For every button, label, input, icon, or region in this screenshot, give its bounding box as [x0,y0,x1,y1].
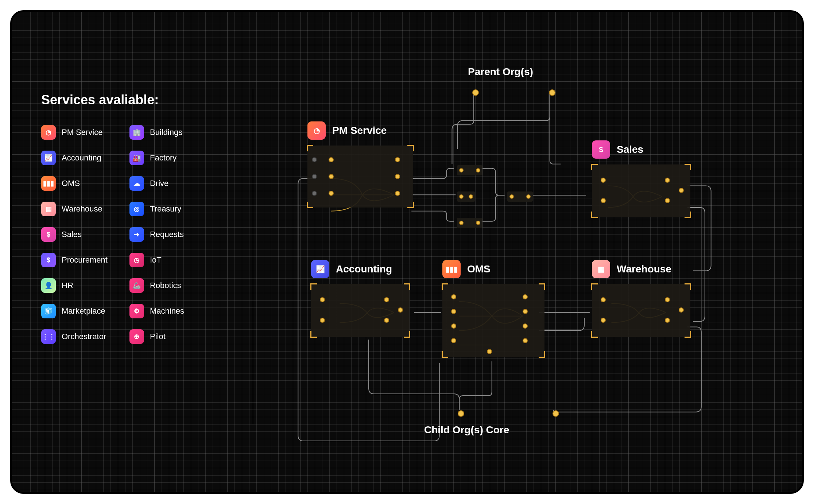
service-item-accounting[interactable]: 📈Accounting [41,151,108,165]
hr-icon: 👤 [41,278,56,293]
service-label: PM Service [62,128,102,137]
marketplace-icon: 🧊 [41,304,56,318]
service-label: Marketplace [62,306,105,316]
services-sidebar: Services avaliable: ◔PM Service📈Accounti… [41,92,245,344]
service-item-oms[interactable]: ▮▮▮OMS [41,176,108,191]
service-label: Warehouse [62,204,102,214]
service-item-robotics[interactable]: 🦾Robotics [129,278,184,293]
relay-node-3[interactable] [457,218,482,228]
parent-orgs-label: Parent Org(s) [468,66,533,78]
service-item-sales[interactable]: $Sales [41,227,108,242]
robotics-icon: 🦾 [129,278,144,293]
node-title: PM Service [332,125,387,136]
child-endpoint-1[interactable] [458,410,464,417]
service-item-procurement[interactable]: $Procurement [41,253,108,267]
service-label: OMS [62,179,80,188]
service-item-warehouse[interactable]: ▦Warehouse [41,202,108,216]
node-sales[interactable]: $ Sales [592,140,690,217]
drive-icon: ☁ [129,176,144,191]
machines-icon: ⚙ [129,304,144,318]
service-label: Requests [150,230,184,239]
service-item-marketplace[interactable]: 🧊Marketplace [41,304,108,318]
warehouse-icon: ▦ [592,260,610,278]
relay-node-1[interactable] [457,165,482,175]
service-item-hr[interactable]: 👤HR [41,278,108,293]
accounting-icon: 📈 [41,151,56,165]
wires-layer [260,12,802,492]
service-item-orchestrator[interactable]: ⋮⋮Orchestrator [41,329,108,344]
diagram-area[interactable]: Parent Org(s) Child Org(s) Core ◔ PM Ser… [260,12,802,492]
node-warehouse[interactable]: ▦ Warehouse [592,260,690,337]
node-oms[interactable]: ▮▮▮ OMS [442,260,544,357]
procurement-icon: $ [41,253,56,267]
service-label: Procurement [62,255,108,265]
sidebar-title: Services avaliable: [41,92,245,108]
relay-node-4[interactable] [507,191,533,202]
requests-icon: ➜ [129,227,144,242]
pm-service-icon: ◔ [41,125,56,140]
parent-endpoint-1[interactable] [472,89,479,96]
warehouse-icon: ▦ [41,202,56,216]
child-endpoint-2[interactable] [553,410,559,417]
service-label: Accounting [62,153,101,163]
factory-icon: 🏭 [129,151,144,165]
service-label: Robotics [150,281,181,290]
service-item-buildings[interactable]: 🏢Buildings [129,125,184,140]
diagram-canvas[interactable]: Services avaliable: ◔PM Service📈Accounti… [10,10,804,494]
pilot-icon: ⊕ [129,329,144,344]
node-title: Warehouse [617,263,671,275]
node-title: Sales [617,144,643,155]
service-label: Sales [62,230,82,239]
service-item-pilot[interactable]: ⊕Pilot [129,329,184,344]
service-label: Buildings [150,128,182,137]
treasury-icon: ◎ [129,202,144,216]
node-title: Accounting [336,263,392,275]
service-label: Machines [150,306,184,316]
service-item-drive[interactable]: ☁Drive [129,176,184,191]
pm-service-icon: ◔ [307,121,326,140]
child-orgs-label: Child Org(s) Core [424,424,509,436]
node-accounting[interactable]: 📈 Accounting [311,260,410,337]
oms-icon: ▮▮▮ [442,260,461,278]
service-item-factory[interactable]: 🏭Factory [129,151,184,165]
accounting-icon: 📈 [311,260,329,278]
sales-icon: $ [41,227,56,242]
node-title: OMS [467,263,491,275]
service-label: Treasury [150,204,181,214]
orchestrator-icon: ⋮⋮ [41,329,56,344]
service-label: HR [62,281,73,290]
iot-icon: ◷ [129,253,144,267]
service-label: Orchestrator [62,332,106,341]
relay-node-2[interactable] [457,191,475,202]
service-item-pm-service[interactable]: ◔PM Service [41,125,108,140]
service-label: Pilot [150,332,166,341]
sidebar-divider [253,89,253,424]
parent-endpoint-2[interactable] [549,89,555,96]
buildings-icon: 🏢 [129,125,144,140]
service-label: IoT [150,255,162,265]
service-item-machines[interactable]: ⚙Machines [129,304,184,318]
service-label: Drive [150,179,168,188]
oms-icon: ▮▮▮ [41,176,56,191]
service-item-iot[interactable]: ◷IoT [129,253,184,267]
service-item-requests[interactable]: ➜Requests [129,227,184,242]
service-label: Factory [150,153,177,163]
service-item-treasury[interactable]: ◎Treasury [129,202,184,216]
node-pm-service[interactable]: ◔ PM Service [307,121,413,208]
sales-icon: $ [592,140,610,159]
